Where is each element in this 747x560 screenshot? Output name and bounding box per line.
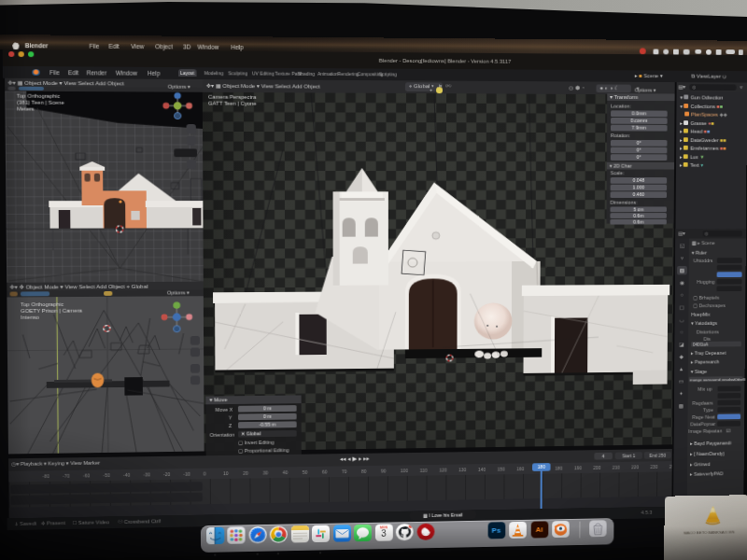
svg-text:MACO BETO BANKSAO.WS: MACO BETO BANKSAO.WS — [684, 530, 735, 536]
